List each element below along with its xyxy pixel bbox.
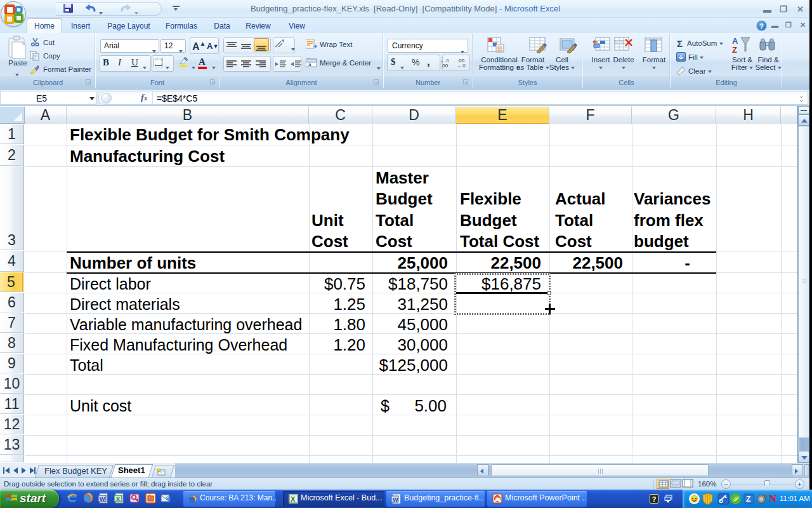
svg-text:Z: Z: [746, 495, 750, 504]
svg-text:X: X: [291, 495, 296, 503]
svg-text:W: W: [393, 497, 398, 503]
svg-text:→.0: →.0: [456, 63, 466, 68]
svg-text:a: a: [308, 62, 311, 67]
svg-text:A: A: [732, 36, 738, 46]
svg-text:.00: .00: [441, 63, 449, 68]
svg-text:W: W: [100, 496, 105, 502]
svg-text:Z: Z: [732, 45, 737, 55]
svg-text:X: X: [116, 496, 120, 502]
